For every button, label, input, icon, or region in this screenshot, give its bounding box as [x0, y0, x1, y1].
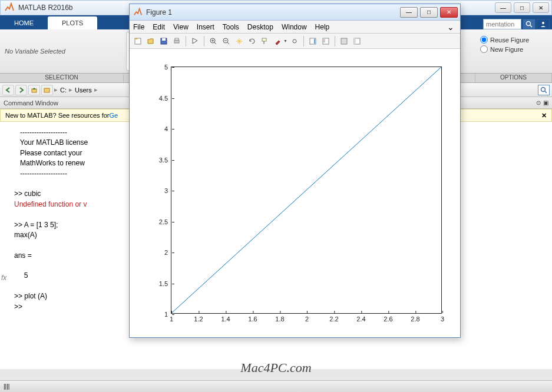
print-icon[interactable] — [171, 35, 183, 47]
command-window-title: Command Window — [4, 99, 58, 107]
figure-axes-area[interactable]: 11.522.533.544.5511.21.41.61.822.22.42.6… — [130, 49, 460, 337]
new-figure-icon[interactable] — [132, 35, 144, 47]
selection-panel: No Variable Selected — [0, 29, 124, 73]
search-button[interactable] — [523, 19, 536, 29]
matlab-logo-icon — [133, 8, 143, 17]
zoom-out-icon[interactable] — [220, 35, 232, 47]
svg-line-13 — [214, 42, 216, 44]
rotate-icon[interactable] — [246, 35, 258, 47]
cmdwin-dropdown-icon[interactable]: ⊙ — [536, 99, 541, 106]
svg-rect-26 — [341, 38, 347, 44]
figure-toolbar: ▼ — [130, 34, 460, 49]
menu-file[interactable]: File — [133, 23, 144, 31]
fx-prompt-icon[interactable]: fx — [1, 273, 6, 283]
figure-menubar: File Edit View Insert Tools Desktop Wind… — [130, 21, 460, 34]
tab-plots[interactable]: PLOTS — [48, 16, 97, 29]
menu-tools[interactable]: Tools — [223, 23, 239, 31]
menu-edit[interactable]: Edit — [153, 23, 165, 31]
up-button[interactable] — [28, 85, 40, 95]
xtick-label: 2.4 — [356, 313, 365, 323]
forward-button[interactable] — [15, 85, 27, 95]
show-tools-icon[interactable] — [351, 35, 363, 47]
ytick-label: 4.5 — [159, 95, 171, 102]
figure-title: Figure 1 — [146, 8, 400, 16]
svg-point-0 — [527, 22, 531, 26]
svg-point-2 — [542, 22, 544, 24]
menu-help[interactable]: Help — [315, 23, 330, 31]
back-button[interactable] — [2, 85, 14, 95]
reuse-figure-radio[interactable]: Reuse Figure — [480, 36, 547, 44]
svg-line-17 — [227, 42, 229, 44]
svg-rect-4 — [44, 88, 49, 92]
options-label: OPTIONS — [475, 74, 552, 82]
tab-home[interactable]: HOME — [0, 16, 48, 29]
save-icon[interactable] — [158, 35, 170, 47]
edit-plot-icon[interactable] — [189, 35, 201, 47]
login-button[interactable] — [537, 19, 550, 29]
ytick-label: 1.5 — [159, 280, 171, 287]
close-button[interactable]: ✕ — [533, 2, 549, 13]
open-icon[interactable] — [145, 35, 157, 47]
xtick-label: 1.8 — [275, 313, 284, 323]
ytick-label: 3.5 — [159, 157, 171, 164]
cmdwin-dock-icon[interactable]: ▣ — [543, 99, 548, 106]
status-indicator: |||| — [4, 383, 9, 390]
xtick-label: 2.2 — [329, 313, 338, 323]
svg-rect-23 — [323, 38, 329, 44]
doc-search-input[interactable] — [483, 19, 521, 29]
svg-line-1 — [530, 25, 532, 27]
menu-desktop[interactable]: Desktop — [247, 23, 273, 31]
svg-rect-19 — [262, 38, 266, 41]
menu-view[interactable]: View — [173, 23, 189, 31]
matlab-logo-icon — [4, 2, 15, 13]
figure-maximize-button[interactable]: □ — [420, 7, 438, 18]
xtick-label: 1 — [170, 313, 173, 323]
maximize-button[interactable]: □ — [514, 2, 530, 13]
figure-titlebar[interactable]: Figure 1 — □ ✕ — [130, 4, 460, 21]
colorbar-icon[interactable] — [307, 35, 319, 47]
ytick-label: 2.5 — [159, 218, 171, 225]
legend-icon[interactable] — [320, 35, 332, 47]
ytick-label: 5 — [164, 64, 171, 71]
plot-line — [171, 67, 441, 313]
xtick-label: 1.4 — [221, 313, 230, 323]
xtick-label: 3 — [441, 313, 444, 323]
svg-point-5 — [541, 87, 546, 91]
svg-rect-28 — [354, 38, 356, 44]
svg-rect-22 — [314, 39, 315, 44]
xtick-label: 1.6 — [248, 313, 257, 323]
figure-minimize-button[interactable]: — — [400, 7, 418, 18]
figure-window: Figure 1 — □ ✕ File Edit View Insert Too… — [129, 4, 461, 338]
xtick-label: 2.8 — [411, 313, 419, 323]
ytick-label: 4 — [164, 125, 171, 132]
status-bar: |||| — [0, 380, 552, 392]
path-seg-drive[interactable]: C: — [59, 87, 68, 94]
xtick-label: 1.2 — [194, 313, 203, 323]
new-figure-radio[interactable]: New Figure — [480, 45, 547, 53]
path-seg-users[interactable]: Users — [74, 87, 93, 94]
banner-close-button[interactable]: ✕ — [541, 112, 547, 119]
pan-icon[interactable] — [233, 35, 245, 47]
browse-button[interactable] — [41, 85, 53, 95]
hide-tools-icon[interactable] — [338, 35, 350, 47]
datacursor-icon[interactable] — [259, 35, 271, 47]
xtick-label: 2 — [305, 313, 309, 323]
watermark-text: Mac4PC.com — [240, 360, 311, 376]
brush-icon[interactable] — [272, 35, 284, 47]
ytick-label: 3 — [164, 187, 171, 194]
figure-dock-icon[interactable]: ⌄ — [447, 22, 457, 32]
selection-label: SELECTION — [0, 74, 124, 82]
plot-axes[interactable]: 11.522.533.544.5511.21.41.61.822.22.42.6… — [171, 67, 442, 314]
xtick-label: 2.6 — [384, 313, 392, 323]
minimize-button[interactable]: — — [495, 2, 511, 13]
link-icon[interactable] — [289, 35, 300, 47]
menu-insert[interactable]: Insert — [197, 23, 214, 31]
menu-window[interactable]: Window — [282, 23, 307, 31]
path-search-button[interactable] — [538, 85, 550, 95]
getting-started-link[interactable]: Ge — [109, 112, 118, 119]
svg-rect-10 — [174, 40, 179, 43]
zoom-in-icon[interactable] — [207, 35, 219, 47]
svg-line-6 — [545, 91, 547, 93]
ytick-label: 2 — [164, 249, 171, 256]
figure-close-button[interactable]: ✕ — [440, 7, 458, 18]
